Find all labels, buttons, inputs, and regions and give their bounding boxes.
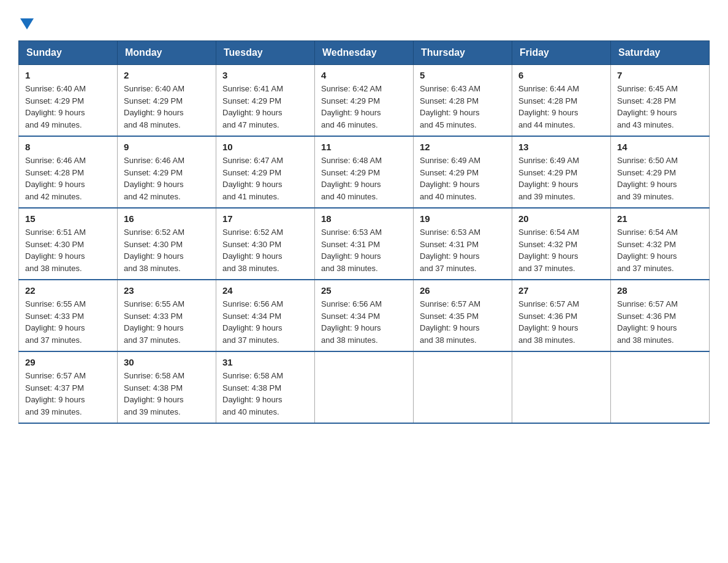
calendar-cell: 2Sunrise: 6:40 AMSunset: 4:29 PMDaylight… <box>118 65 216 137</box>
day-info: Sunrise: 6:49 AMSunset: 4:29 PMDaylight:… <box>518 155 604 202</box>
weekday-header-wednesday: Wednesday <box>315 41 414 65</box>
calendar-cell: 8Sunrise: 6:46 AMSunset: 4:28 PMDaylight… <box>19 136 118 208</box>
calendar-cell: 18Sunrise: 6:53 AMSunset: 4:31 PMDayligh… <box>315 208 414 280</box>
day-number: 27 <box>518 285 604 296</box>
weekday-header-friday: Friday <box>512 41 611 65</box>
calendar-cell: 19Sunrise: 6:53 AMSunset: 4:31 PMDayligh… <box>414 208 512 280</box>
day-info: Sunrise: 6:58 AMSunset: 4:38 PMDaylight:… <box>124 370 210 418</box>
calendar-cell: 21Sunrise: 6:54 AMSunset: 4:32 PMDayligh… <box>611 208 710 280</box>
day-number: 12 <box>420 142 506 152</box>
day-info: Sunrise: 6:53 AMSunset: 4:31 PMDaylight:… <box>420 226 506 274</box>
day-number: 19 <box>420 213 506 224</box>
day-info: Sunrise: 6:40 AMSunset: 4:29 PMDaylight:… <box>25 83 111 131</box>
day-info: Sunrise: 6:57 AMSunset: 4:35 PMDaylight:… <box>420 298 506 346</box>
calendar-cell: 9Sunrise: 6:46 AMSunset: 4:29 PMDaylight… <box>118 136 216 208</box>
day-info: Sunrise: 6:58 AMSunset: 4:38 PMDaylight:… <box>222 370 308 418</box>
day-number: 3 <box>222 70 308 80</box>
day-number: 11 <box>321 142 407 152</box>
calendar-cell: 28Sunrise: 6:57 AMSunset: 4:36 PMDayligh… <box>611 280 710 351</box>
day-info: Sunrise: 6:56 AMSunset: 4:34 PMDaylight:… <box>222 298 308 346</box>
calendar-cell: 29Sunrise: 6:57 AMSunset: 4:37 PMDayligh… <box>19 351 118 423</box>
calendar-week-row: 29Sunrise: 6:57 AMSunset: 4:37 PMDayligh… <box>19 351 710 423</box>
logo-blue-text <box>18 18 34 29</box>
weekday-header-tuesday: Tuesday <box>216 41 315 65</box>
day-number: 2 <box>124 70 210 80</box>
day-number: 6 <box>518 70 604 80</box>
day-number: 31 <box>222 357 308 367</box>
day-number: 24 <box>222 285 308 296</box>
calendar-cell: 17Sunrise: 6:52 AMSunset: 4:30 PMDayligh… <box>216 208 315 280</box>
calendar-cell: 26Sunrise: 6:57 AMSunset: 4:35 PMDayligh… <box>414 280 512 351</box>
calendar-cell: 15Sunrise: 6:51 AMSunset: 4:30 PMDayligh… <box>19 208 118 280</box>
day-number: 9 <box>124 142 210 152</box>
day-info: Sunrise: 6:50 AMSunset: 4:29 PMDaylight:… <box>617 155 703 202</box>
day-info: Sunrise: 6:45 AMSunset: 4:28 PMDaylight:… <box>617 83 703 131</box>
day-number: 14 <box>617 142 703 152</box>
calendar-table: SundayMondayTuesdayWednesdayThursdayFrid… <box>18 40 710 424</box>
weekday-header-thursday: Thursday <box>414 41 512 65</box>
calendar-week-row: 22Sunrise: 6:55 AMSunset: 4:33 PMDayligh… <box>19 280 710 351</box>
day-info: Sunrise: 6:51 AMSunset: 4:30 PMDaylight:… <box>25 226 111 274</box>
day-number: 7 <box>617 70 703 80</box>
day-number: 5 <box>420 70 506 80</box>
page-header <box>18 12 710 29</box>
day-number: 15 <box>25 213 111 224</box>
calendar-cell: 30Sunrise: 6:58 AMSunset: 4:38 PMDayligh… <box>118 351 216 423</box>
calendar-cell: 22Sunrise: 6:55 AMSunset: 4:33 PMDayligh… <box>19 280 118 351</box>
calendar-cell: 23Sunrise: 6:55 AMSunset: 4:33 PMDayligh… <box>118 280 216 351</box>
weekday-header-sunday: Sunday <box>19 41 118 65</box>
day-info: Sunrise: 6:52 AMSunset: 4:30 PMDaylight:… <box>124 226 210 274</box>
day-number: 22 <box>25 285 111 296</box>
day-info: Sunrise: 6:40 AMSunset: 4:29 PMDaylight:… <box>124 83 210 131</box>
calendar-cell: 11Sunrise: 6:48 AMSunset: 4:29 PMDayligh… <box>315 136 414 208</box>
day-info: Sunrise: 6:55 AMSunset: 4:33 PMDaylight:… <box>25 298 111 346</box>
calendar-cell: 6Sunrise: 6:44 AMSunset: 4:28 PMDaylight… <box>512 65 611 137</box>
calendar-cell: 24Sunrise: 6:56 AMSunset: 4:34 PMDayligh… <box>216 280 315 351</box>
calendar-cell: 27Sunrise: 6:57 AMSunset: 4:36 PMDayligh… <box>512 280 611 351</box>
calendar-cell: 4Sunrise: 6:42 AMSunset: 4:29 PMDaylight… <box>315 65 414 137</box>
day-info: Sunrise: 6:49 AMSunset: 4:29 PMDaylight:… <box>420 155 506 202</box>
calendar-cell: 7Sunrise: 6:45 AMSunset: 4:28 PMDaylight… <box>611 65 710 137</box>
day-info: Sunrise: 6:46 AMSunset: 4:28 PMDaylight:… <box>25 155 111 202</box>
calendar-week-row: 15Sunrise: 6:51 AMSunset: 4:30 PMDayligh… <box>19 208 710 280</box>
day-info: Sunrise: 6:56 AMSunset: 4:34 PMDaylight:… <box>321 298 407 346</box>
day-info: Sunrise: 6:41 AMSunset: 4:29 PMDaylight:… <box>222 83 308 131</box>
calendar-cell: 16Sunrise: 6:52 AMSunset: 4:30 PMDayligh… <box>118 208 216 280</box>
weekday-header-row: SundayMondayTuesdayWednesdayThursdayFrid… <box>19 41 710 65</box>
day-info: Sunrise: 6:43 AMSunset: 4:28 PMDaylight:… <box>420 83 506 131</box>
logo <box>18 18 34 29</box>
calendar-cell: 13Sunrise: 6:49 AMSunset: 4:29 PMDayligh… <box>512 136 611 208</box>
day-number: 16 <box>124 213 210 224</box>
calendar-cell <box>315 351 414 423</box>
weekday-header-saturday: Saturday <box>611 41 710 65</box>
calendar-cell: 31Sunrise: 6:58 AMSunset: 4:38 PMDayligh… <box>216 351 315 423</box>
day-number: 13 <box>518 142 604 152</box>
day-number: 23 <box>124 285 210 296</box>
day-info: Sunrise: 6:54 AMSunset: 4:32 PMDaylight:… <box>518 226 604 274</box>
day-info: Sunrise: 6:54 AMSunset: 4:32 PMDaylight:… <box>617 226 703 274</box>
calendar-cell: 12Sunrise: 6:49 AMSunset: 4:29 PMDayligh… <box>414 136 512 208</box>
day-info: Sunrise: 6:42 AMSunset: 4:29 PMDaylight:… <box>321 83 407 131</box>
day-info: Sunrise: 6:57 AMSunset: 4:37 PMDaylight:… <box>25 370 111 418</box>
day-info: Sunrise: 6:48 AMSunset: 4:29 PMDaylight:… <box>321 155 407 202</box>
calendar-week-row: 8Sunrise: 6:46 AMSunset: 4:28 PMDaylight… <box>19 136 710 208</box>
day-number: 4 <box>321 70 407 80</box>
day-number: 28 <box>617 285 703 296</box>
day-number: 18 <box>321 213 407 224</box>
day-info: Sunrise: 6:52 AMSunset: 4:30 PMDaylight:… <box>222 226 308 274</box>
day-number: 20 <box>518 213 604 224</box>
logo-triangle-icon <box>20 18 34 29</box>
calendar-cell: 1Sunrise: 6:40 AMSunset: 4:29 PMDaylight… <box>19 65 118 137</box>
calendar-week-row: 1Sunrise: 6:40 AMSunset: 4:29 PMDaylight… <box>19 65 710 137</box>
day-number: 30 <box>124 357 210 367</box>
day-number: 21 <box>617 213 703 224</box>
day-number: 17 <box>222 213 308 224</box>
calendar-cell: 25Sunrise: 6:56 AMSunset: 4:34 PMDayligh… <box>315 280 414 351</box>
day-number: 29 <box>25 357 111 367</box>
calendar-cell <box>611 351 710 423</box>
day-number: 26 <box>420 285 506 296</box>
calendar-cell: 20Sunrise: 6:54 AMSunset: 4:32 PMDayligh… <box>512 208 611 280</box>
weekday-header-monday: Monday <box>118 41 216 65</box>
calendar-cell: 3Sunrise: 6:41 AMSunset: 4:29 PMDaylight… <box>216 65 315 137</box>
day-number: 10 <box>222 142 308 152</box>
